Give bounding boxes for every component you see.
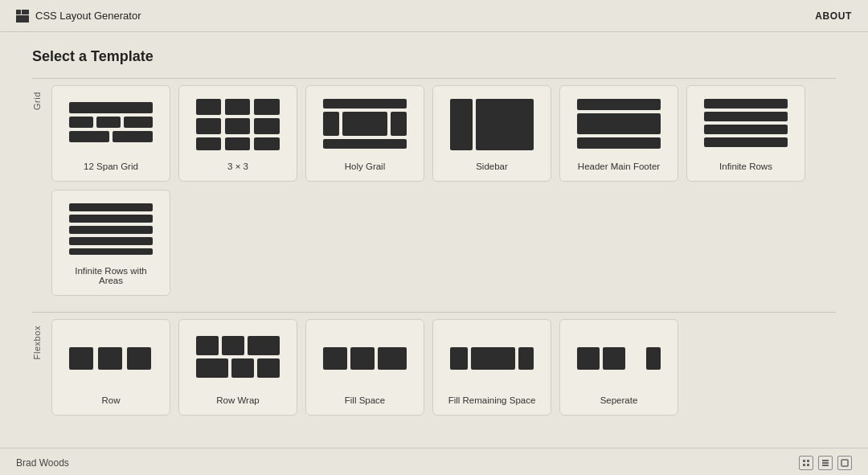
footer-icon-3[interactable] — [837, 456, 852, 470]
svg-rect-21 — [391, 112, 407, 136]
svg-rect-23 — [450, 99, 473, 150]
svg-rect-32 — [69, 203, 153, 211]
template-preview-row — [66, 330, 156, 387]
grid-templates: 12 Span Grid — [51, 85, 836, 296]
template-card-3x3[interactable]: 3 × 3 — [178, 85, 297, 182]
template-preview-3x3 — [193, 96, 283, 154]
svg-rect-14 — [254, 118, 280, 134]
svg-rect-59 — [822, 460, 829, 461]
svg-rect-46 — [323, 347, 347, 370]
svg-rect-54 — [646, 347, 661, 370]
svg-rect-2 — [16, 15, 29, 23]
svg-rect-24 — [476, 99, 534, 150]
svg-rect-26 — [577, 113, 661, 134]
grid-app-icon — [16, 10, 29, 23]
svg-rect-42 — [248, 336, 280, 355]
app-branding: CSS Layout Generator — [16, 10, 141, 23]
template-card-infinite-rows-areas[interactable]: Infinite Rows with Areas — [51, 190, 170, 296]
svg-rect-41 — [222, 336, 244, 355]
svg-rect-55 — [803, 460, 805, 462]
svg-rect-33 — [69, 215, 153, 223]
template-preview-fill-remaining-space — [447, 330, 537, 387]
template-label-3x3: 3 × 3 — [227, 162, 248, 171]
author-name: Brad Woods — [16, 457, 69, 469]
top-bar: CSS Layout Generator ABOUT — [0, 0, 868, 32]
svg-rect-17 — [254, 137, 280, 150]
svg-rect-11 — [254, 99, 280, 115]
category-row-grid: Grid 12 Span Grid — [32, 78, 836, 296]
svg-rect-10 — [225, 99, 250, 115]
svg-rect-49 — [450, 347, 468, 370]
svg-rect-25 — [577, 99, 661, 110]
svg-rect-4 — [69, 117, 93, 128]
template-card-row[interactable]: Row — [51, 319, 170, 416]
template-label-fill-space: Fill Space — [345, 395, 386, 405]
svg-rect-8 — [113, 131, 153, 142]
svg-rect-22 — [323, 139, 407, 149]
svg-rect-47 — [350, 347, 375, 370]
svg-rect-12 — [196, 118, 221, 134]
category-label-grid: Grid — [32, 88, 42, 113]
template-label-row: Row — [101, 395, 120, 405]
footer-icon-1[interactable] — [799, 456, 813, 470]
svg-rect-37 — [69, 347, 93, 370]
svg-rect-19 — [323, 112, 339, 136]
svg-rect-1 — [22, 10, 29, 14]
template-label-holy-grail: Holy Grail — [345, 162, 385, 171]
footer: Brad Woods — [0, 448, 868, 475]
svg-rect-0 — [16, 10, 21, 14]
svg-rect-62 — [841, 460, 848, 466]
footer-icon-2[interactable] — [818, 456, 833, 470]
template-label-infinite-rows: Infinite Rows — [719, 162, 772, 171]
template-card-12-span-grid[interactable]: 12 Span Grid — [51, 85, 170, 182]
svg-rect-7 — [69, 131, 109, 142]
svg-rect-6 — [124, 117, 153, 128]
svg-rect-56 — [807, 460, 809, 462]
svg-rect-35 — [69, 237, 153, 245]
svg-rect-45 — [257, 358, 280, 378]
svg-rect-50 — [471, 347, 515, 370]
template-preview-sidebar — [447, 96, 537, 154]
svg-rect-13 — [225, 118, 250, 134]
about-link[interactable]: ABOUT — [815, 10, 852, 22]
template-card-separate[interactable]: Seperate — [559, 319, 678, 416]
svg-rect-60 — [822, 462, 829, 464]
svg-rect-36 — [69, 248, 153, 255]
svg-rect-16 — [225, 137, 250, 150]
svg-rect-15 — [196, 137, 221, 150]
svg-rect-61 — [822, 465, 829, 466]
template-label-sidebar: Sidebar — [476, 162, 508, 171]
template-label-row-wrap: Row Wrap — [216, 395, 259, 405]
main-content: Select a Template Grid 12 Span Grid — [0, 32, 868, 448]
svg-rect-44 — [231, 358, 254, 378]
category-label-flexbox: Flexbox — [32, 322, 42, 362]
template-card-sidebar[interactable]: Sidebar — [432, 85, 551, 182]
svg-rect-53 — [603, 347, 625, 370]
template-label-separate: Seperate — [600, 395, 638, 405]
svg-rect-3 — [69, 102, 153, 113]
svg-rect-58 — [807, 464, 809, 466]
svg-rect-20 — [342, 112, 387, 136]
template-preview-header-main-footer — [574, 96, 664, 154]
template-card-header-main-footer[interactable]: Header Main Footer — [559, 85, 678, 182]
svg-rect-51 — [518, 347, 534, 370]
svg-rect-48 — [378, 347, 407, 370]
template-preview-separate — [574, 330, 664, 387]
svg-rect-27 — [577, 137, 661, 149]
section-title: Select a Template — [32, 48, 836, 65]
template-card-holy-grail[interactable]: Holy Grail — [305, 85, 424, 182]
svg-rect-39 — [127, 347, 151, 370]
svg-rect-29 — [704, 112, 788, 121]
svg-rect-31 — [704, 137, 788, 147]
template-card-infinite-rows[interactable]: Infinite Rows — [686, 85, 805, 182]
app-name: CSS Layout Generator — [35, 10, 141, 22]
template-card-fill-remaining-space[interactable]: Fill Remaining Space — [432, 319, 551, 416]
flexbox-templates: Row Row Wrap — [51, 319, 678, 416]
template-label-header-main-footer: Header Main Footer — [578, 162, 660, 171]
svg-rect-43 — [196, 358, 228, 378]
svg-rect-28 — [704, 99, 788, 109]
template-card-row-wrap[interactable]: Row Wrap — [178, 319, 297, 416]
template-preview-infinite-rows-areas — [66, 200, 156, 258]
svg-rect-30 — [704, 125, 788, 134]
template-card-fill-space[interactable]: Fill Space — [305, 319, 424, 416]
